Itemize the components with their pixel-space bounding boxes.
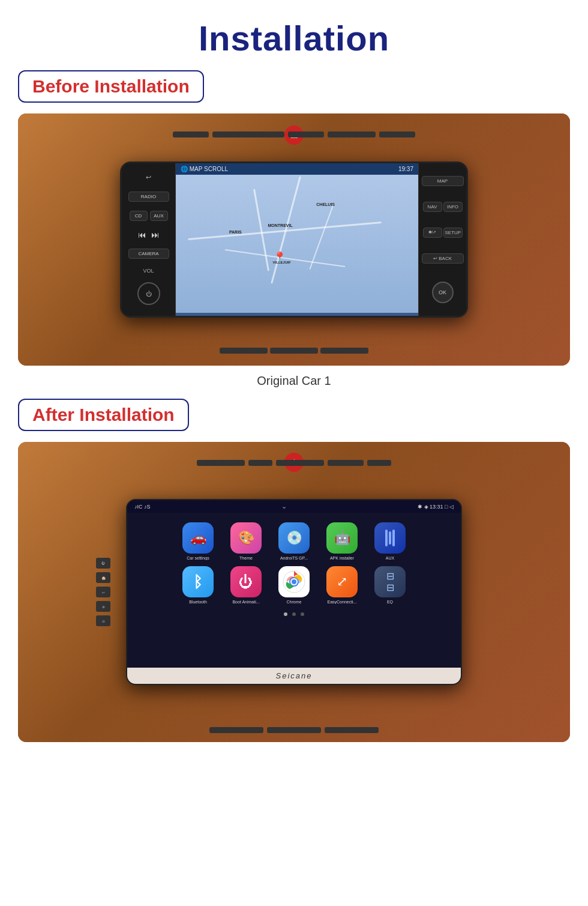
android-head-unit: ♪IC ♪S ⌄ ✱ ◈ 13:31 □ ◁ 🚗 Car settings [126,499,462,685]
dot-1 [284,612,287,616]
app-aux-label: AUX [370,556,410,560]
app-androids-gp[interactable]: 💿 AndroiTS GP... [274,522,314,560]
app-row-2: ᛒ Bluetooth ⏻ Boot Animati... [178,566,410,604]
page-title: Installation [199,18,389,58]
app-boot-animation-label: Boot Animati... [226,600,266,604]
app-theme[interactable]: 🎨 Theme [226,522,266,560]
nav-time: 19:37 [398,166,413,172]
left-btn-4: ⊕ [96,601,110,612]
app-apk-label: APK installer [322,556,362,560]
app-chrome[interactable]: Chrome [274,566,314,604]
city-label-2: MONTREVIL [268,223,293,228]
settings-btn: ✱/↗ [423,228,442,238]
app-theme-label: Theme [226,556,266,560]
ok-btn: OK [432,282,454,303]
vent-bottom-after [209,727,379,733]
app-bluetooth-label: Bluetooth [178,600,218,604]
before-installation-badge: Before Installation [18,70,204,103]
app-eq[interactable]: ⊟⊟ EQ [370,566,410,604]
next-btn: ⏭ [151,230,160,240]
camera-btn: CAMERA [128,249,169,259]
info-btn: INFO [443,202,463,212]
back-btn: ↩ BACK [422,253,464,264]
app-easy-connect-label: EasyConnecti... [322,600,362,604]
left-btn-3: ↩ [96,587,110,597]
power-btn: ⏻ [137,282,160,305]
app-aux[interactable]: AUX [370,522,410,560]
app-car-settings[interactable]: 🚗 Car settings [178,522,218,560]
status-right: ✱ ◈ 13:31 □ ◁ [418,504,454,510]
nav-right-panel: MAP NAV INFO ✱/↗ SETUP ↩ BACK OK [418,163,466,316]
vent-top-after [54,460,534,466]
vent-bottom [220,348,368,354]
after-installation-image: ⚠ ⏻ 🏠 ↩ ⊕ ⊖ ♪IC ♪S [18,442,570,742]
chevron-down-icon: ⌄ [281,503,287,510]
aux-btn: AUX [150,211,168,221]
app-apk-installer[interactable]: 🤖 APK installer [322,522,362,560]
app-boot-animation[interactable]: ⏻ Boot Animati... [226,566,266,604]
vent-top [54,131,534,137]
nav-map: 📍 CHELUIS MONTREVIL PARIS VILLEJUIF [176,175,418,313]
nav-btn: NAV [423,202,442,212]
app-row-1: 🚗 Car settings 🎨 Theme 💿 AndroiTS GP... [178,522,410,560]
left-btn-1: ⏻ [96,558,110,569]
after-installation-badge: After Installation [18,399,189,431]
dot-3 [301,612,304,616]
dot-2 [292,612,296,616]
seicane-label: Seicane [276,671,313,680]
city-label-1: CHELUIS [316,202,335,207]
svg-point-3 [292,579,296,584]
cd-btn: CD [130,211,148,221]
city-label-3: PARIS [229,230,242,234]
app-bluetooth[interactable]: ᛒ Bluetooth [178,566,218,604]
android-main: 🚗 Car settings 🎨 Theme 💿 AndroiTS GP... [127,513,461,668]
before-installation-image: ⚠ ↩ RADIO CD AUX [18,113,570,366]
app-chrome-label: Chrome [274,600,314,604]
app-easy-connect[interactable]: ⤢ EasyConnecti... [322,566,362,604]
page-dots [284,610,304,618]
setup-btn: SETUP [443,228,463,238]
vol-label: VOL [143,268,154,274]
map-btn: MAP [422,176,464,186]
before-caption: Original Car 1 [257,374,331,388]
seicane-brand-bar: Seicane [127,668,461,684]
left-btn-2: 🏠 [96,572,110,583]
nav-header: 🌐 MAP SCROLL 19:37 [176,163,418,175]
status-left: ♪IC ♪S [134,504,151,510]
left-btn-5: ⊖ [96,615,110,626]
prev-btn: ⏮ [138,230,146,240]
city-label-4: VILLEJUIF [273,261,291,264]
app-car-settings-label: Car settings [178,556,218,560]
map-scroll-label: 🌐 MAP SCROLL [181,166,228,172]
android-statusbar: ♪IC ♪S ⌄ ✱ ◈ 13:31 □ ◁ [127,500,461,513]
oem-nav-unit: ↩ RADIO CD AUX ⏮ ⏭ CAMERA VOL ⏻ [120,162,468,318]
after-left-sidebar: ⏻ 🏠 ↩ ⊕ ⊖ [96,558,110,626]
nav-screen: 🌐 MAP SCROLL 19:37 📍 CHELUIS [176,163,418,316]
radio-btn: RADIO [128,192,169,202]
nav-left-panel: ↩ RADIO CD AUX ⏮ ⏭ CAMERA VOL ⏻ [122,163,176,316]
app-eq-label: EQ [370,600,410,604]
app-androids-label: AndroiTS GP... [274,556,314,560]
